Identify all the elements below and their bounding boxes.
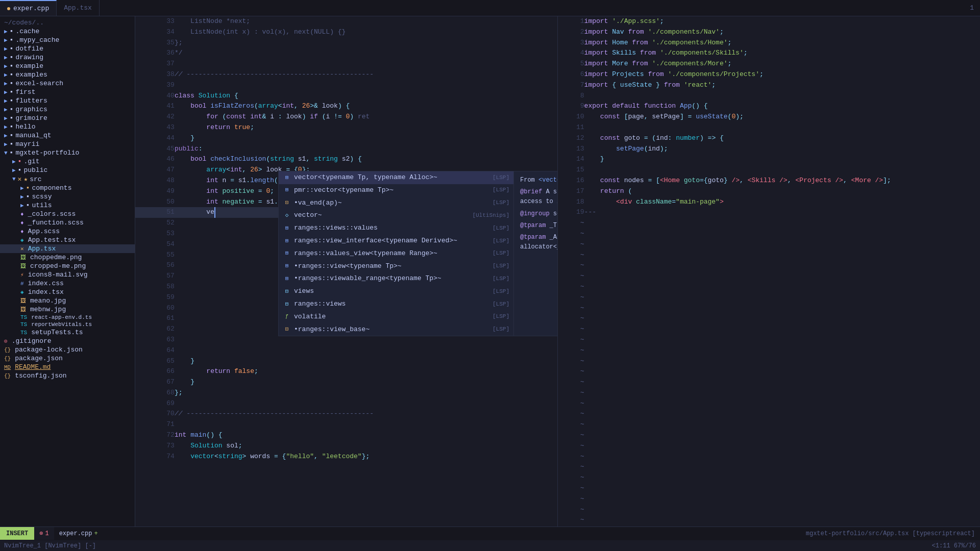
- sidebar-item-public[interactable]: ▶ ▪ public: [0, 166, 135, 174]
- autocomplete-item[interactable]: ⊞ ranges::values_view<typename Range>~ […: [279, 247, 513, 260]
- line-content: };: [175, 38, 557, 48]
- table-row: ~: [558, 250, 980, 261]
- sidebar-item-graphics[interactable]: ▶ ▪ graphics: [0, 105, 135, 114]
- sidebar-item-flutters[interactable]: ▶ ▪ flutters: [0, 96, 135, 105]
- sidebar-item-package-json[interactable]: {} package.json: [0, 354, 135, 363]
- sidebar-item-grimoire[interactable]: ▶ ▪ grimoire: [0, 114, 135, 122]
- autocomplete-item[interactable]: ⊞ •ranges::viewable_range<typename Tp>~ …: [279, 272, 513, 285]
- chevron-right-icon: ▶: [4, 54, 8, 61]
- line-number: 74: [135, 452, 175, 462]
- autocomplete-item[interactable]: ⊞ pmr::vector<typename Tp>~ [LSP]: [279, 184, 513, 197]
- line-number: ~: [558, 292, 584, 303]
- sidebar-item-excel-search[interactable]: ▶ ▪ excel-search: [0, 79, 135, 88]
- file-icon: ♦: [20, 211, 24, 217]
- sidebar-item-meano-jpg[interactable]: 🖼 meano.jpg: [0, 296, 135, 305]
- tab-app-tsx[interactable]: App.tsx: [57, 0, 100, 16]
- sidebar-item-git[interactable]: ▶ ▪ .git: [0, 157, 135, 166]
- sidebar-item-dotfile[interactable]: ▶ ▪ dotfile: [0, 44, 135, 53]
- line-content: import './App.scss';: [584, 16, 980, 27]
- autocomplete-item[interactable]: ⊡ •ranges::view_base~ [LSP]: [279, 323, 513, 336]
- sidebar-item-mypy-cache[interactable]: ▶ ▪ .mypy_cache: [0, 36, 135, 44]
- sidebar-item-tsconfig[interactable]: {} tsconfig.json: [0, 371, 135, 380]
- chevron-right-icon: ▶: [4, 71, 8, 78]
- autocomplete-item[interactable]: ⊡ •va_end(ap)~ [LSP]: [279, 197, 513, 210]
- autocomplete-item[interactable]: ⊞ ranges::views::values [LSP]: [279, 222, 513, 235]
- table-row: 15: [558, 165, 980, 176]
- sidebar-item-index-css[interactable]: # index.css: [0, 279, 135, 288]
- sidebar-item-app-test-tsx[interactable]: ◈ App.test.tsx: [0, 236, 135, 244]
- breadcrumb-item[interactable]: ~/codes/..: [0, 18, 135, 27]
- sidebar-item-app-tsx[interactable]: ✕ App.tsx: [0, 244, 135, 253]
- autocomplete-item[interactable]: ⊟ views [LSP]: [279, 285, 513, 298]
- sidebar-item-hello[interactable]: ▶ ▪ hello: [0, 122, 135, 131]
- sidebar-item-gitignore[interactable]: ⊙ .gitignore: [0, 337, 135, 345]
- sidebar-item-readme[interactable]: MD README.md: [0, 363, 135, 371]
- sidebar-label: _function.scss: [28, 219, 84, 227]
- autocomplete-item[interactable]: ◇ vector~ [UltiSnips]: [279, 209, 513, 222]
- sidebar-item-first[interactable]: ▶ ▪ first: [0, 88, 135, 96]
- sidebar-label: grimoire: [15, 114, 47, 122]
- sidebar-label: App.tsx: [28, 245, 56, 253]
- sidebar-label: src: [30, 176, 41, 183]
- left-code-area[interactable]: 33 ListNode *next; 34 ListNode(int x) : …: [135, 16, 557, 527]
- chevron-right-icon: ▶: [4, 28, 8, 35]
- line-content: [584, 366, 980, 377]
- autocomplete-item[interactable]: ⊟ ranges::views [LSP]: [279, 298, 513, 311]
- sidebar-item-mebnw-jpg[interactable]: 🖼 mebnw.jpg: [0, 305, 135, 314]
- sidebar-item-package-lock[interactable]: {} package-lock.json: [0, 345, 135, 354]
- file-icon: ⚡: [20, 271, 24, 278]
- line-number: ~: [558, 324, 584, 335]
- sidebar-item-drawing[interactable]: ▶ ▪ drawing: [0, 53, 135, 62]
- sidebar-item-reportWebVitals[interactable]: TS reportWebVitals.ts: [0, 321, 135, 328]
- line-content: [584, 377, 980, 388]
- sidebar-item-setupTests[interactable]: TS setupTests.ts: [0, 328, 135, 337]
- sidebar-item-choppedme-png[interactable]: 🖼 choppedme.png: [0, 253, 135, 262]
- table-row: 40 class Solution {: [135, 91, 557, 102]
- sidebar-item-app-scss[interactable]: ♦ App.scss: [0, 227, 135, 236]
- line-number: 2: [558, 27, 584, 38]
- autocomplete-item[interactable]: ⊞ ranges::view_interface<typename Derive…: [279, 235, 513, 247]
- line-content: Solution sol;: [175, 441, 557, 452]
- line-number: 18: [558, 197, 584, 208]
- sidebar-item-icons8-mail-svg[interactable]: ⚡ icons8-mail.svg: [0, 270, 135, 279]
- line-content: [584, 91, 980, 102]
- modified-dot: [7, 7, 10, 10]
- line-number: ~: [558, 260, 584, 271]
- sidebar-item-cropped-me-png[interactable]: 🖼 cropped-me.png: [0, 262, 135, 270]
- autocomplete-item[interactable]: ⊞ •ranges::view<typename Tp>~ [LSP]: [279, 260, 513, 273]
- sidebar-item-components[interactable]: ▶ ▪ components: [0, 184, 135, 192]
- autocomplete-text: vector<typename Tp, typename Alloc>~: [294, 172, 437, 183]
- sidebar-item-index-tsx[interactable]: ◈ index.tsx: [0, 288, 135, 296]
- sidebar-item-mayrii[interactable]: ▶ ▪ mayrii: [0, 140, 135, 148]
- line-content: [584, 292, 980, 303]
- sidebar-item-src[interactable]: ▼ ✕ ★ src: [0, 174, 135, 184]
- line-content: const nodes = [<Home goto={goto} />, <Sk…: [584, 176, 980, 186]
- sidebar-item-example[interactable]: ▶ ▪ example: [0, 62, 135, 70]
- status-bar: INSERT ⊗ 1 exper.cpp + mgxtet-portfolio/…: [0, 527, 980, 540]
- line-content: return true;: [175, 122, 557, 133]
- sidebar-item-examples[interactable]: ▶ ▪ examples: [0, 70, 135, 79]
- autocomplete-text: ranges::views::values: [294, 223, 378, 234]
- sidebar-label: dotfile: [15, 45, 43, 53]
- autocomplete-list: ⊞ vector<typename Tp, typename Alloc>~ […: [279, 171, 513, 336]
- ingroup-kw: @ingroup: [520, 210, 550, 217]
- autocomplete-text: views: [294, 286, 314, 297]
- sidebar-item-react-app-env[interactable]: TS react-app-env.d.ts: [0, 314, 135, 321]
- sidebar-item-scssy[interactable]: ▶ ▪ scssy: [0, 192, 135, 201]
- sidebar-item-manual-qt[interactable]: ▶ ▪ manual_qt: [0, 131, 135, 140]
- autocomplete-item[interactable]: ƒ volatile [LSP]: [279, 311, 513, 323]
- sidebar-item-colors-scss[interactable]: ♦ _colors.scss: [0, 210, 135, 218]
- right-code-scroll[interactable]: 1 import './App.scss'; 2 import Nav from…: [558, 16, 980, 527]
- sidebar-item-cache[interactable]: ▶ ▪ .cache: [0, 27, 135, 36]
- tab-exper-cpp[interactable]: exper.cpp: [0, 0, 57, 16]
- lsp-tag: [LSP]: [493, 173, 509, 183]
- sidebar-item-function-scss[interactable]: ♦ _function.scss: [0, 218, 135, 227]
- autocomplete-item[interactable]: ⊞ vector<typename Tp, typename Alloc>~ […: [279, 171, 513, 184]
- line-content: import More from './components/More';: [584, 59, 980, 69]
- table-row: ~: [558, 398, 980, 409]
- line-number: 63: [135, 335, 175, 345]
- right-code-area[interactable]: 1 import './App.scss'; 2 import Nav from…: [558, 16, 980, 527]
- sidebar-item-utils[interactable]: ▶ ▪ utils: [0, 201, 135, 210]
- sidebar-item-mgxtet-portfolio[interactable]: ▼ ▪ mgxtet-portfolio: [0, 148, 135, 157]
- line-number: 8: [558, 91, 584, 102]
